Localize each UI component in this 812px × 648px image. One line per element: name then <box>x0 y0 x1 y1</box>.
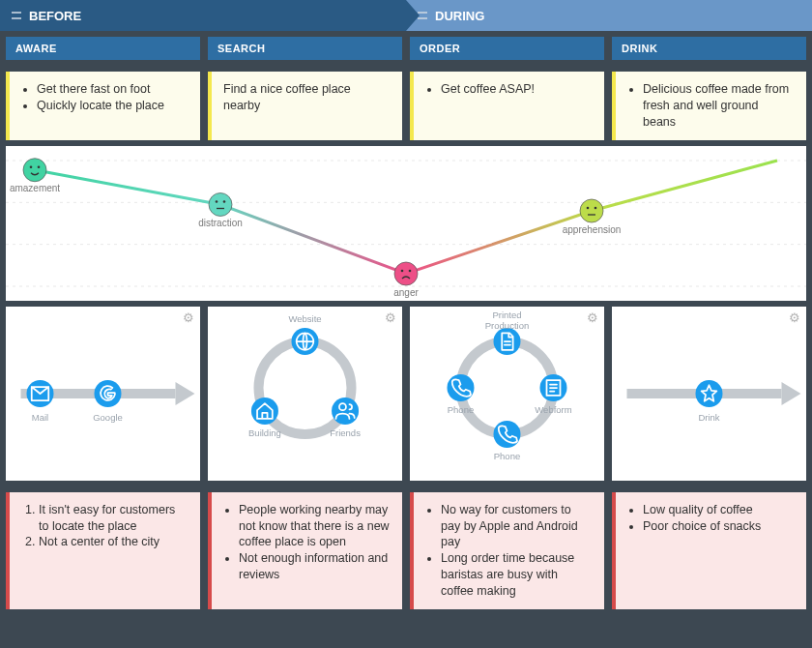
drag-icon <box>12 11 21 20</box>
svg-point-15 <box>594 206 597 209</box>
svg-text:Drink: Drink <box>698 412 719 423</box>
emotion-label: anger <box>393 287 419 298</box>
gear-icon[interactable]: ⚙ <box>385 310 396 325</box>
touchpoint-cell: ⚙ Website Friends Building <box>208 307 402 481</box>
svg-point-12 <box>409 269 412 272</box>
touchpoint-cell: ⚙ Mail Google <box>6 307 200 481</box>
svg-point-5 <box>30 165 33 168</box>
phase-before[interactable]: BEFORE <box>0 0 406 31</box>
need-card[interactable]: Get coffee ASAP! <box>410 72 604 140</box>
svg-text:Production: Production <box>485 320 529 331</box>
svg-point-26 <box>332 398 359 425</box>
svg-point-4 <box>23 158 46 181</box>
svg-text:Phone: Phone <box>448 404 474 415</box>
gear-icon[interactable]: ⚙ <box>789 310 800 325</box>
svg-point-43 <box>696 380 723 407</box>
emotion-label: amazement <box>10 183 60 193</box>
problem-card[interactable]: It isn't easy for customers to locate th… <box>6 492 200 609</box>
phase-during[interactable]: DURING <box>406 0 812 31</box>
svg-text:Friends: Friends <box>330 427 361 438</box>
gear-icon[interactable]: ⚙ <box>183 310 194 325</box>
stage-drink[interactable]: DRINK <box>612 37 806 60</box>
stage-aware[interactable]: AWARE <box>6 37 200 60</box>
phase-before-label: BEFORE <box>29 9 81 23</box>
phase-during-label: DURING <box>435 9 484 23</box>
emotion-chart: amazementdistractionangerapprehension <box>6 146 806 301</box>
touchpoint-cell: ⚙ Drink <box>612 307 806 481</box>
stage-search[interactable]: SEARCH <box>208 37 402 60</box>
svg-point-8 <box>216 200 218 203</box>
svg-point-14 <box>587 206 590 209</box>
touchpoints-row: ⚙ Mail Google⚙ Website Friends Building⚙… <box>0 301 812 486</box>
svg-text:Phone: Phone <box>494 451 520 461</box>
need-card[interactable]: Get there fast on footQuickly locate the… <box>6 72 200 140</box>
emotion-label: apprehension <box>563 224 622 235</box>
need-card[interactable]: Delicious coffee made from fresh and wel… <box>612 72 806 140</box>
svg-point-28 <box>251 398 278 425</box>
gear-icon[interactable]: ⚙ <box>587 310 598 325</box>
svg-point-9 <box>223 200 226 203</box>
stage-order[interactable]: ORDER <box>410 37 604 60</box>
svg-marker-17 <box>176 382 195 405</box>
svg-point-10 <box>394 262 418 285</box>
svg-text:Webform: Webform <box>535 404 571 415</box>
needs-row: Get there fast on footQuickly locate the… <box>0 66 812 146</box>
emotion-label: distraction <box>198 218 243 228</box>
svg-point-7 <box>209 192 232 216</box>
touchpoint-cell: ⚙ PrintedProduction Webform Phone Phone <box>410 307 604 481</box>
problem-card[interactable]: Low quality of coffeePoor choice of snac… <box>612 492 806 609</box>
svg-marker-42 <box>782 382 801 405</box>
svg-text:Mail: Mail <box>32 412 48 423</box>
svg-point-30 <box>461 341 554 434</box>
svg-point-6 <box>38 165 41 168</box>
problem-card[interactable]: People working nearby may not know that … <box>208 492 402 609</box>
svg-point-13 <box>580 199 603 222</box>
stage-row: AWARE SEARCH ORDER DRINK <box>0 31 812 66</box>
problem-card[interactable]: No way for customers to pay by Apple and… <box>410 492 604 609</box>
svg-text:Printed: Printed <box>492 309 521 320</box>
svg-text:Website: Website <box>288 313 321 324</box>
svg-text:Building: Building <box>248 427 281 438</box>
svg-point-11 <box>401 269 404 272</box>
problems-row: It isn't easy for customers to locate th… <box>0 486 812 615</box>
need-card[interactable]: Find a nice coffee place nearby <box>208 72 402 140</box>
svg-text:Google: Google <box>93 412 123 423</box>
phase-row: BEFORE DURING <box>0 0 812 31</box>
